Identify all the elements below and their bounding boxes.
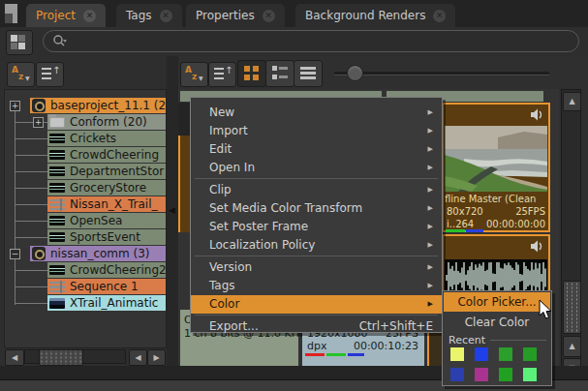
tree-connector <box>15 155 47 156</box>
tree-connector <box>15 107 15 305</box>
thumbnail-size-slider-knob[interactable] <box>347 65 363 81</box>
color-swatch[interactable] <box>475 347 488 361</box>
tree-item-baseproject-11-1-2[interactable]: baseproject_11.1 (2 <box>30 98 167 113</box>
color-swatch[interactable] <box>450 347 464 361</box>
menu-item-open-in[interactable]: Open In▶ <box>191 159 442 177</box>
clip-icon <box>49 298 65 309</box>
tile-timecode: 00:00:00:00 <box>486 219 545 229</box>
menu-item-label: Set Media Color Transform <box>209 201 362 215</box>
tree-item-opensea[interactable]: OpenSea <box>47 213 167 228</box>
menu-item-import[interactable]: Import▶ <box>191 122 442 140</box>
menu-item-set-poster-frame[interactable]: Set Poster Frame▶ <box>191 218 442 236</box>
speaker-icon[interactable] <box>530 240 543 253</box>
bin-sort-order-button[interactable]: ↑ <box>208 62 236 87</box>
tab-close-icon[interactable]: ✕ <box>263 10 275 22</box>
thumbnail-view-button[interactable] <box>6 30 33 55</box>
tree-connector <box>15 171 47 172</box>
status-bar-green <box>326 353 346 356</box>
speaker-icon[interactable] <box>530 108 543 121</box>
gray-square <box>272 75 277 79</box>
tree-item-crowdcheering[interactable]: CrowdCheering <box>47 147 167 163</box>
menu-item-label: Localization Policy <box>209 238 315 252</box>
tree-item-nissan-x-trail[interactable]: Nissan_X_Trail_ <box>47 196 167 212</box>
tree-item-xtrail-animatic[interactable]: XTrail_Animatic <box>47 295 167 311</box>
submenu-item-color-picker[interactable]: Color Picker... <box>444 292 550 312</box>
submenu-item-clear-color[interactable]: Clear Color <box>444 313 550 332</box>
grid-view-button[interactable] <box>237 60 266 87</box>
tree-connector <box>15 303 47 304</box>
search-icon <box>51 34 67 49</box>
thumbnail-size-slider-track[interactable] <box>334 72 549 75</box>
tile-codec-row: i..264 00:00:00:00 <box>445 219 547 229</box>
tree-expander-icon[interactable]: + <box>33 117 44 128</box>
menu-item-localization-policy[interactable]: Localization Policy▶ <box>191 236 442 255</box>
vscroll-up-button[interactable]: ▲ <box>563 92 581 111</box>
vertical-scrollbar[interactable]: ▲ ▲ ▼ <box>561 89 581 381</box>
collapse-panel-arrow-icon[interactable]: ◀ <box>169 205 175 215</box>
tab-tags[interactable]: Tags✕ <box>116 4 182 27</box>
tree-item-departmentstor[interactable]: DepartmentStor <box>47 164 167 179</box>
caret-down-icon: ▼ <box>25 75 30 81</box>
tab-properties[interactable]: Properties✕ <box>186 4 285 27</box>
sort-alphabetical-button[interactable]: Az▼ <box>7 62 35 87</box>
hscroll-left-button[interactable]: ◀ <box>5 349 24 366</box>
menu-item-tags[interactable]: Tags▶ <box>191 277 442 295</box>
sort-order-button[interactable]: ↑ <box>36 62 64 87</box>
list-view-button[interactable] <box>294 60 323 87</box>
gray-line <box>279 67 288 70</box>
pane-type-icon[interactable] <box>5 4 17 23</box>
tree-item-sequence-1[interactable]: Sequence 1 <box>47 279 167 294</box>
menu-item-clip[interactable]: Clip▶ <box>191 181 442 199</box>
tree-item-crickets[interactable]: Crickets <box>47 131 167 146</box>
tree-item-sportsevent[interactable]: SportsEvent <box>47 229 167 245</box>
color-swatch[interactable] <box>523 347 537 361</box>
color-swatch[interactable] <box>499 368 512 381</box>
audio-icon <box>49 166 65 176</box>
letter-a: A <box>185 65 192 75</box>
color-swatch[interactable] <box>450 368 464 381</box>
tab-close-icon[interactable]: ✕ <box>83 10 96 22</box>
tab-close-icon[interactable]: ✕ <box>160 10 172 22</box>
search-input[interactable] <box>43 30 579 52</box>
submenu-arrow-icon: ▶ <box>428 236 433 255</box>
menu-item-color[interactable]: Color▶ <box>191 295 442 314</box>
detail-view-button[interactable] <box>265 60 294 87</box>
tree-item-conform-20[interactable]: Conform (20) <box>47 114 167 130</box>
hscroll-right-step-button[interactable]: ▶ <box>147 349 166 366</box>
sort-lines-icon <box>214 68 224 79</box>
menu-item-label: New <box>209 105 234 119</box>
tab-background-renders[interactable]: Background Renders✕ <box>295 4 455 27</box>
vscroll-up-step-button[interactable]: ▲ <box>563 336 581 357</box>
menu-item-export[interactable]: Export...Ctrl+Shift+E <box>191 317 442 336</box>
tree-item-label: OpenSea <box>70 214 122 227</box>
hscroll-left-step-button[interactable]: ◀ <box>129 349 147 366</box>
arrow-up-icon: ↑ <box>225 65 232 75</box>
color-swatch[interactable] <box>475 368 488 381</box>
bin-sort-alphabetical-button[interactable]: Az▼ <box>180 62 208 87</box>
menu-item-new[interactable]: New▶ <box>191 104 442 122</box>
vscroll-thumb[interactable] <box>563 281 581 334</box>
search-toolbar <box>0 27 588 56</box>
tree-expander-icon[interactable]: − <box>10 249 20 259</box>
orange-square <box>244 66 250 72</box>
tab-label: Tags <box>126 9 152 22</box>
menu-item-label: Clip <box>209 183 232 196</box>
tree-expander-icon[interactable]: + <box>10 101 20 111</box>
color-swatch[interactable] <box>523 368 537 381</box>
tile-title: fline Master (Clean <box>445 194 547 204</box>
menu-item-label: Tags <box>209 279 235 292</box>
tree-item-crowdcheering2[interactable]: CrowdCheering2 <box>47 262 167 278</box>
tab-project[interactable]: Project✕ <box>26 4 106 27</box>
video-clip-tile[interactable]: fline Master (Clean 80x720 25FPS i..264 … <box>442 103 550 232</box>
color-swatch[interactable] <box>499 347 512 361</box>
tab-close-icon[interactable]: ✕ <box>433 10 446 22</box>
tree-item-label: XTrail_Animatic <box>70 296 158 310</box>
menu-item-set-media-color-transform[interactable]: Set Media Color Transform▶ <box>191 199 442 218</box>
menu-item-version[interactable]: Version▶ <box>191 258 442 277</box>
menu-item-shortcut: Ctrl+Shift+E <box>359 317 433 336</box>
menu-item-edit[interactable]: Edit▶ <box>191 140 442 159</box>
recent-section: Recent <box>443 334 551 346</box>
tree-item-grocerystore[interactable]: GroceryStore <box>47 180 167 196</box>
tree-item-nissan-comm-3[interactable]: nissan_comm (3) <box>30 246 167 261</box>
hscroll-thumb[interactable] <box>39 349 83 366</box>
